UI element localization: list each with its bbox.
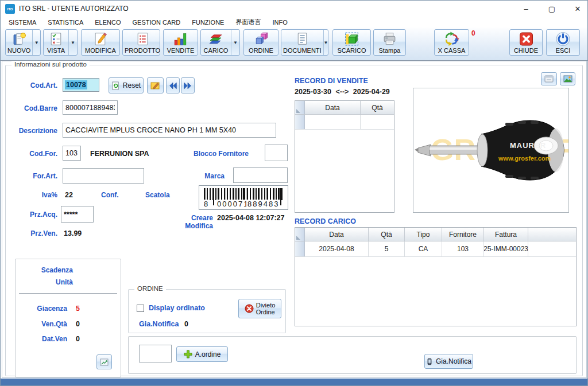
- creare-datetime: 2025-04-08 12:07:27: [217, 214, 284, 222]
- menu-statistica[interactable]: STATISTICA: [42, 18, 89, 27]
- ven-qta-label: Ven.Qtà: [20, 320, 67, 328]
- prev-record-button[interactable]: [166, 77, 180, 93]
- blocco-fornitore-input[interactable]: [265, 145, 288, 161]
- stats-chart-button[interactable]: [96, 354, 112, 369]
- toolbar-ordine-button[interactable]: ORDINE: [243, 29, 278, 56]
- record-vendite-title: RECORD DI VENDITE: [295, 77, 368, 85]
- stats-divider: [19, 293, 117, 294]
- carico-table[interactable]: Data Qtà Tipo Fornitore Fattura 2025-04-…: [295, 227, 577, 326]
- toolbar-esci-label: ESCI: [556, 47, 571, 54]
- carico-col-tipo[interactable]: Tipo: [405, 228, 442, 241]
- toolbar-scarico-label: SCARICO: [337, 47, 366, 54]
- menu-lingua[interactable]: 界面语言: [230, 17, 266, 28]
- maximize-icon: ▢: [548, 5, 555, 13]
- minimize-button[interactable]: –: [513, 1, 539, 17]
- edit-note-button[interactable]: [147, 77, 164, 93]
- prz-ven-label: Prz.Ven.: [9, 229, 57, 237]
- cod-art-input[interactable]: 10078: [63, 78, 99, 92]
- documenti-dropdown-arrow[interactable]: ▼: [323, 30, 328, 55]
- cash-sync-icon: [444, 31, 459, 47]
- barcode-group1: 000071: [216, 200, 250, 208]
- stats-box: Scadenza Unità Giacenza 5 Ven.Qtà 0 Dat.…: [15, 259, 121, 377]
- cod-for-input[interactable]: [63, 146, 81, 161]
- for-art-label: For.Art.: [9, 172, 57, 180]
- for-art-input[interactable]: [63, 168, 144, 184]
- toolbar-prodotto-button[interactable]: PRODOTTO: [122, 29, 160, 56]
- menu-funzione[interactable]: FUNZIONE: [186, 18, 230, 27]
- toolbar-modifica-label: MODIFICA: [85, 47, 116, 54]
- next-record-button[interactable]: [181, 77, 195, 93]
- scatola-label: Scatola: [145, 191, 170, 199]
- vendite-table-header: Data Qtà: [295, 101, 394, 115]
- barcode-group2: 889483: [246, 200, 280, 208]
- carico-col-fattura[interactable]: Fattura: [484, 228, 528, 241]
- ordine-legend: ORDINE: [134, 285, 166, 292]
- carico-col-fornitore[interactable]: Fornitore: [442, 228, 484, 241]
- maximize-button[interactable]: ▢: [539, 1, 564, 17]
- site-text: www.grosfer.com: [498, 155, 551, 162]
- toolbar-documenti-label: DOCUMENTI: [283, 47, 322, 54]
- carico-col-data[interactable]: Data: [305, 228, 369, 241]
- toolbar-modifica-button[interactable]: MODIFICA: [81, 29, 120, 56]
- marca-input[interactable]: [233, 167, 288, 183]
- vendite-date-to: 2025-04-29: [353, 88, 390, 96]
- display-ordinato-checkbox[interactable]: [137, 305, 144, 312]
- toolbar-vendite-button[interactable]: VENDITE: [163, 29, 198, 56]
- toolbar-documenti-button[interactable]: DOCUMENTI ▼: [281, 29, 328, 56]
- vendite-col-data[interactable]: Data: [305, 101, 361, 114]
- prz-ven-value: 13.99: [64, 229, 82, 237]
- close-button[interactable]: ✕: [565, 1, 588, 17]
- toolbar-nuovo-label: NUOVO: [7, 47, 30, 54]
- toolbar-scarico-button[interactable]: SCARICO: [332, 29, 371, 56]
- app-icon: ITO: [5, 4, 15, 14]
- giacenza-value: 5: [76, 305, 80, 313]
- toolbar-vista-button[interactable]: VISTA ▼: [43, 29, 78, 56]
- carico-cell-fattura: 25-IMM-00023: [484, 241, 528, 256]
- toolbar-nuovo-button[interactable]: NUOVO ▼: [5, 29, 41, 56]
- conf-label: Conf.: [101, 191, 119, 199]
- gia-notifica-button[interactable]: Gia.Notifica: [424, 354, 473, 369]
- ordine-gia-notifica-value: 0: [184, 320, 188, 328]
- divieto-ordine-button[interactable]: DivietoOrdine: [238, 299, 281, 318]
- vista-dropdown-arrow[interactable]: ▼: [68, 30, 77, 55]
- prz-acq-input[interactable]: [61, 206, 94, 223]
- next-icon: [183, 81, 192, 90]
- window-bottom-strip: [1, 379, 588, 386]
- descrizione-input[interactable]: [63, 123, 276, 138]
- toolbar-chiude-button[interactable]: CHIUDE: [509, 29, 543, 56]
- a-ordine-button[interactable]: A.ordine: [176, 346, 228, 362]
- toolbar-x-cassa-label: X CASSA: [438, 47, 466, 54]
- cod-art-label: Cod.Art.: [9, 81, 57, 89]
- toolbar-esci-button[interactable]: ESCI: [546, 29, 580, 56]
- toolbar-x-cassa-button[interactable]: X CASSA: [434, 29, 469, 56]
- giacenza-label: Giacenza: [20, 305, 67, 313]
- toolbar-stampa-button[interactable]: Stampa: [373, 29, 406, 56]
- descrizione-label: Descrizione: [9, 127, 57, 135]
- vendite-date-range: 2025-03-30 <--> 2025-04-29: [295, 88, 390, 96]
- cod-barre-input[interactable]: [63, 100, 118, 115]
- carico-dropdown-arrow[interactable]: ▼: [231, 30, 239, 55]
- minimize-icon: –: [524, 5, 528, 13]
- toolbar-carico-button[interactable]: CARICO ▼: [200, 29, 240, 56]
- plus-icon: [184, 350, 192, 358]
- nuovo-dropdown-arrow[interactable]: ▼: [32, 30, 40, 55]
- menu-sistema[interactable]: SISTEMA: [3, 18, 42, 27]
- view-list-icon: [48, 31, 64, 47]
- vendite-table[interactable]: Data Qtà: [295, 100, 394, 213]
- menu-info[interactable]: INFO: [266, 18, 293, 27]
- image-view-button[interactable]: [560, 72, 575, 85]
- edit-note-icon: [150, 81, 160, 90]
- menu-gestion-card[interactable]: GESTION CARD: [126, 18, 186, 27]
- vendite-date-separator: <-->: [333, 88, 351, 96]
- order-qty-input[interactable]: [139, 345, 172, 362]
- carico-row[interactable]: 2025-04-08 5 CA 103 25-IMM-00023: [295, 241, 576, 257]
- printer-icon: [382, 31, 397, 47]
- form-view-button[interactable]: [541, 72, 557, 85]
- carico-col-qta[interactable]: Qtà: [369, 228, 405, 241]
- a-ordine-label: A.ordine: [195, 350, 221, 358]
- vendite-col-qta[interactable]: Qtà: [361, 101, 394, 114]
- mini-chart-icon: [100, 358, 109, 366]
- sales-chart-icon: [173, 31, 188, 47]
- reset-button[interactable]: Reset: [109, 77, 144, 93]
- menu-elenco[interactable]: ELENCO: [89, 18, 126, 27]
